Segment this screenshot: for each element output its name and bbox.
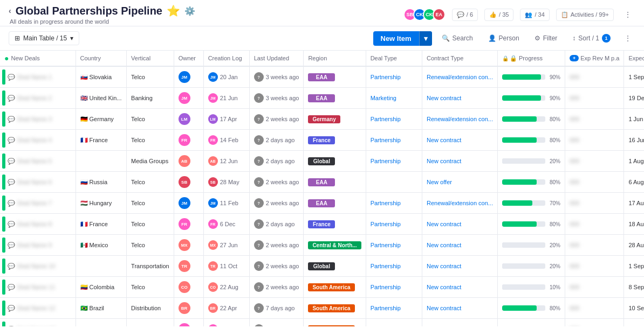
deal-type-link[interactable]: Partnership bbox=[371, 200, 401, 206]
updated-avatar: ? bbox=[254, 72, 264, 82]
progress-pct: 80% bbox=[550, 179, 560, 185]
row-country: 🇭🇺 Hungary bbox=[76, 193, 127, 214]
creation-avatar: JM bbox=[208, 198, 218, 208]
contract-type-link[interactable]: New contract bbox=[427, 158, 461, 164]
row-vertical: Telco bbox=[127, 193, 174, 214]
row-exp-rev: 000 bbox=[565, 172, 624, 193]
search-button[interactable]: 🔍 Search bbox=[436, 32, 478, 45]
row-owner: FR bbox=[174, 130, 203, 151]
filter-button[interactable]: ⚙ Filter bbox=[529, 32, 563, 45]
contract-type-link[interactable]: New contract bbox=[427, 284, 461, 290]
exp-rev-value: 000 bbox=[570, 263, 579, 269]
flag-icon: 🇷🇺 bbox=[80, 179, 88, 185]
deal-type-link[interactable]: Partnership bbox=[371, 263, 401, 269]
toolbar-more-button[interactable]: ⋮ bbox=[620, 31, 635, 46]
row-progress: 80% bbox=[497, 214, 565, 235]
row-country: 🇸🇰 Slovakia bbox=[76, 66, 127, 88]
row-exp-launch: 10 Sep bbox=[624, 319, 644, 327]
owner-avatar: JM bbox=[179, 197, 190, 209]
comment-icon: 💬 bbox=[8, 305, 15, 312]
row-creation: BR 10 Jun bbox=[203, 319, 249, 327]
status-stripe bbox=[2, 259, 5, 274]
table-row: 💬 Deal Name 5 Media GroupsAB AB 12 Jun ?… bbox=[0, 151, 644, 172]
contract-type-link[interactable]: New contract bbox=[427, 326, 461, 326]
row-region: France bbox=[304, 214, 366, 235]
back-arrow[interactable]: ‹ bbox=[9, 6, 11, 15]
deal-type-link[interactable]: Partnership bbox=[371, 116, 401, 122]
region-badge: EAA bbox=[308, 199, 335, 207]
contract-type-link[interactable]: New contract bbox=[427, 137, 461, 143]
region-badge: France bbox=[308, 220, 335, 228]
row-exp-launch: 17 Aug bbox=[624, 193, 644, 214]
deal-type-link[interactable]: Partnership bbox=[371, 284, 401, 290]
deal-type-link[interactable]: Partnership bbox=[371, 326, 401, 326]
owner-avatar: FR bbox=[179, 134, 190, 146]
comments-icon: 💬 bbox=[457, 11, 464, 18]
launch-date: 1 Sep, 2019 bbox=[628, 74, 644, 80]
row-vertical: Transportation bbox=[127, 256, 174, 277]
creation-avatar: BR bbox=[208, 303, 218, 313]
row-progress: 20% bbox=[497, 235, 565, 256]
contract-type-link[interactable]: Renewal/extension con... bbox=[427, 74, 493, 80]
contract-type-link[interactable]: New contract bbox=[427, 263, 461, 269]
progress-pct: 90% bbox=[550, 74, 560, 80]
row-exp-launch: 18 Aug ✓ bbox=[624, 214, 644, 235]
progress-bar-fill bbox=[502, 158, 511, 164]
row-deal-type: Partnership bbox=[366, 130, 422, 151]
deal-type-link[interactable]: Partnership bbox=[371, 305, 401, 311]
contract-type-link[interactable]: New contract bbox=[427, 221, 461, 227]
new-item-arrow[interactable]: ▾ bbox=[419, 31, 432, 46]
row-name-text: Deal Name 13 bbox=[17, 326, 55, 326]
page-title: ‹ Global Partnerships Pipeline ⭐ ⚙️ bbox=[9, 4, 195, 17]
deal-type-link[interactable]: Marketing bbox=[371, 95, 396, 101]
deal-type-link[interactable]: Partnership bbox=[371, 242, 401, 248]
row-country bbox=[76, 151, 127, 172]
row-exp-rev: 000 bbox=[565, 214, 624, 235]
owner-avatar: LM bbox=[179, 113, 190, 125]
contract-type-link[interactable]: New contract bbox=[427, 242, 461, 248]
row-creation: TR 11 Oct bbox=[203, 256, 249, 277]
new-item-button[interactable]: New Item ▾ bbox=[373, 31, 432, 46]
row-name-cell: 💬 Deal Name 9 bbox=[0, 235, 76, 256]
activities-stat[interactable]: 📋 Activities / 99+ bbox=[556, 9, 614, 21]
region-badge: EAA bbox=[308, 73, 335, 81]
person-button[interactable]: 👤 Person bbox=[483, 32, 525, 45]
exp-rev-value: 000 bbox=[570, 158, 579, 164]
sort-button[interactable]: ↕ Sort / 1 1 bbox=[567, 31, 616, 45]
table-selector[interactable]: ⊞ Main Table / 15 ▾ bbox=[9, 31, 79, 45]
launch-date: 16 Jun bbox=[628, 137, 644, 143]
deal-type-link[interactable]: Partnership bbox=[371, 74, 401, 80]
progress-bar-wrap bbox=[502, 179, 545, 185]
contract-type-link[interactable]: Renewal/extension con... bbox=[427, 116, 493, 122]
deal-type-link[interactable]: Partnership bbox=[371, 137, 401, 143]
row-progress: 80% bbox=[497, 172, 565, 193]
row-name-text: Deal Name 12 bbox=[17, 305, 55, 311]
table-row: 💬 Deal Name 13 🇧🇷 BrazilRetailBR BR 10 J… bbox=[0, 319, 644, 327]
updated-avatar: ? bbox=[254, 282, 264, 292]
contract-type-link[interactable]: New offer bbox=[427, 179, 452, 185]
deal-type-link[interactable]: Partnership bbox=[371, 221, 401, 227]
contract-type-link[interactable]: New contract bbox=[427, 305, 461, 311]
star-icon[interactable]: ⭐ bbox=[167, 4, 180, 17]
row-exp-launch: 10 Sep bbox=[624, 298, 644, 319]
contract-type-link[interactable]: New contract bbox=[427, 95, 461, 101]
row-last-updated: ? 2 weeks ago bbox=[249, 277, 304, 298]
progress-pct: 20% bbox=[550, 263, 560, 269]
row-exp-rev: 000 bbox=[565, 256, 624, 277]
status-stripe bbox=[2, 217, 5, 232]
exp-rev-value: 000 bbox=[570, 305, 579, 311]
header-more-button[interactable]: ⋮ bbox=[620, 7, 635, 22]
deal-type-link[interactable]: Partnership bbox=[371, 158, 401, 164]
comment-icon: 💬 bbox=[8, 116, 15, 123]
people-stat[interactable]: 👥 / 34 bbox=[520, 9, 549, 21]
exp-rev-value: 000 bbox=[570, 116, 579, 122]
row-creation: LM 17 Apr bbox=[203, 109, 249, 130]
row-name-text: Deal Name 7 bbox=[17, 200, 52, 206]
table-row: 💬 Deal Name 9 🇲🇽 MexicoTelcoMX MX 27 Jun… bbox=[0, 235, 644, 256]
contract-type-link[interactable]: Renewal/extension con... bbox=[427, 200, 493, 206]
comments-stat[interactable]: 💬 / 6 bbox=[452, 9, 478, 21]
row-exp-launch: 28 Aug bbox=[624, 235, 644, 256]
progress-bar-wrap bbox=[502, 305, 545, 311]
progress-pct: 70% bbox=[550, 200, 560, 206]
likes-stat[interactable]: 👍 / 35 bbox=[484, 9, 513, 21]
